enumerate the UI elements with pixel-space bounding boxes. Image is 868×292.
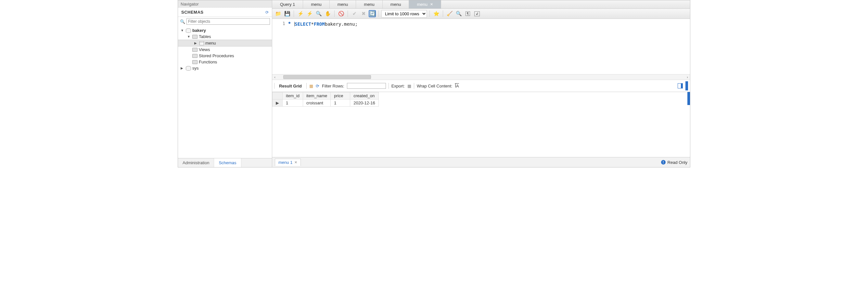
scroll-left-icon[interactable]: ‹ xyxy=(272,75,277,79)
tree-label: Stored Procedures xyxy=(199,53,234,58)
footer-right: ! Read Only xyxy=(661,160,687,165)
side-indicator xyxy=(685,81,688,90)
tree-views[interactable]: Views xyxy=(178,47,272,53)
wrap-label: Wrap Cell Content: xyxy=(417,84,453,88)
explain-button[interactable]: 🔍 xyxy=(315,10,322,18)
filter-row: 🔍 xyxy=(178,17,272,26)
chevron-down-icon[interactable]: ▼ xyxy=(181,29,185,32)
tree-stored-procedures[interactable]: Stored Procedures xyxy=(178,53,272,59)
line-number: 1 xyxy=(272,21,286,26)
tree-tables[interactable]: ▼ Tables xyxy=(178,33,272,40)
code-line[interactable]: SELECT * FROM bakery.menu; xyxy=(294,21,690,27)
refresh-icon[interactable]: ⟳ xyxy=(266,10,269,14)
autocommit-toggle[interactable]: 🔄 xyxy=(369,10,376,17)
grid-icon[interactable]: ▦ xyxy=(309,84,313,88)
result-toolbar: Result Grid ▦ ⟳ Filter Rows: Export: ▦ W… xyxy=(272,80,690,92)
separator xyxy=(306,83,307,89)
query-tab[interactable]: menu xyxy=(383,0,409,8)
query-tab-active[interactable]: menu ✕ xyxy=(409,0,441,8)
commit-button[interactable]: ✔ xyxy=(350,10,358,18)
row-header-corner xyxy=(273,92,283,99)
find-button[interactable]: 🔍 xyxy=(455,10,463,18)
schema-tree: ▼ bakery ▼ Tables ▶ menu Views xyxy=(178,26,272,158)
execute-current-button[interactable]: ⚡ xyxy=(306,10,313,18)
wrap-cell-icon[interactable]: ĪA xyxy=(455,84,459,88)
app-root: Navigator SCHEMAS ⟳ 🔍 ▼ bakery ▼ Tables … xyxy=(178,0,690,168)
close-icon[interactable]: ✕ xyxy=(294,160,297,165)
table-row[interactable]: ▶ 1 croissant 1 2020-12-16 xyxy=(273,99,379,107)
execute-button[interactable]: ⚡ xyxy=(297,10,304,18)
open-file-button[interactable]: 📁 xyxy=(274,10,282,18)
export-icon[interactable]: ▦ xyxy=(407,84,411,88)
scroll-thumb[interactable] xyxy=(283,75,371,79)
line-gutter: 1 xyxy=(272,21,288,72)
editor-hscrollbar[interactable]: ‹ › xyxy=(272,74,690,80)
panel-toggle-icon[interactable] xyxy=(678,83,683,88)
main-pane: Query 1 menu menu menu menu menu ✕ 📁 💾 ⚡… xyxy=(272,0,690,167)
column-header[interactable]: item_id xyxy=(283,92,303,99)
filter-rows-input[interactable] xyxy=(347,83,386,89)
filter-objects-input[interactable] xyxy=(186,18,270,25)
result-grid: item_id item_name price created_on ▶ 1 c… xyxy=(272,92,690,157)
column-header[interactable]: price xyxy=(331,92,350,99)
code-area[interactable]: SELECT * FROM bakery.menu; xyxy=(294,21,690,72)
navigator-bottom-tabs: Administration Schemas xyxy=(178,158,272,167)
separator xyxy=(414,83,414,89)
result-table: item_id item_name price created_on ▶ 1 c… xyxy=(272,92,379,107)
column-header[interactable]: item_name xyxy=(303,92,330,99)
tree-table-menu[interactable]: ▶ menu xyxy=(178,40,272,47)
cell[interactable]: 2020-12-16 xyxy=(350,99,379,107)
statement-marker-icon: ● xyxy=(288,21,294,24)
query-tabs: Query 1 menu menu menu menu menu ✕ xyxy=(272,0,690,9)
tree-label: bakery xyxy=(192,28,206,33)
chevron-right-icon[interactable]: ▶ xyxy=(181,66,185,70)
save-file-button[interactable]: 💾 xyxy=(283,10,291,18)
tree-db-sys[interactable]: ▶ sys xyxy=(178,65,272,71)
folder-icon xyxy=(192,35,197,39)
query-tab[interactable]: menu xyxy=(356,0,383,8)
tree-label: menu xyxy=(205,41,216,46)
stop-on-error-button[interactable]: 🚫 xyxy=(337,10,345,18)
tab-schemas[interactable]: Schemas xyxy=(214,158,241,167)
invisible-chars-button[interactable]: ¶ xyxy=(464,10,472,18)
rollback-button[interactable]: ✖ xyxy=(360,10,367,18)
code-text: * xyxy=(311,22,314,27)
refresh-icon[interactable]: ⟳ xyxy=(316,84,319,88)
tree-db-bakery[interactable]: ▼ bakery xyxy=(178,27,272,33)
column-header[interactable]: created_on xyxy=(350,92,379,99)
separator xyxy=(378,10,379,17)
row-pointer-icon: ▶ xyxy=(273,99,283,107)
beautify-button[interactable]: 🧹 xyxy=(446,10,454,18)
tab-administration[interactable]: Administration xyxy=(178,158,214,167)
info-icon: ! xyxy=(661,160,665,165)
favorite-button[interactable]: ⭐ xyxy=(432,10,440,18)
cell[interactable]: 1 xyxy=(331,99,350,107)
folder-icon xyxy=(192,60,197,64)
close-icon[interactable]: ✕ xyxy=(430,2,433,6)
code-text: bakery.menu; xyxy=(325,22,358,27)
query-tab[interactable]: Query 1 xyxy=(272,0,303,8)
chevron-down-icon[interactable]: ▼ xyxy=(187,35,191,38)
keyword: SELECT xyxy=(294,22,311,27)
cell[interactable]: 1 xyxy=(283,99,303,107)
tab-label: Query 1 xyxy=(280,2,295,7)
chevron-right-icon[interactable]: ▶ xyxy=(194,41,198,45)
cell[interactable]: croissant xyxy=(303,99,330,107)
result-tab[interactable]: menu 1 ✕ xyxy=(275,159,301,166)
side-indicator xyxy=(687,92,690,105)
navigator-pane: Navigator SCHEMAS ⟳ 🔍 ▼ bakery ▼ Tables … xyxy=(178,0,272,167)
row-limit-select[interactable]: Limit to 1000 rows xyxy=(381,10,427,18)
tab-label: menu xyxy=(417,2,428,7)
query-tab[interactable]: menu xyxy=(303,0,330,8)
sql-editor[interactable]: 1 ● SELECT * FROM bakery.menu; xyxy=(272,19,690,74)
database-icon xyxy=(186,66,191,70)
scroll-right-icon[interactable]: › xyxy=(685,75,690,79)
wrap-button[interactable]: ↲ xyxy=(473,10,481,18)
table-header-row: item_id item_name price created_on xyxy=(273,92,379,99)
tree-functions[interactable]: Functions xyxy=(178,59,272,65)
navigator-title: Navigator xyxy=(178,0,272,8)
query-tab[interactable]: menu xyxy=(330,0,356,8)
keyword: FROM xyxy=(314,22,325,27)
stop-button[interactable]: ✋ xyxy=(324,10,332,18)
result-grid-label: Result Grid xyxy=(277,84,304,88)
